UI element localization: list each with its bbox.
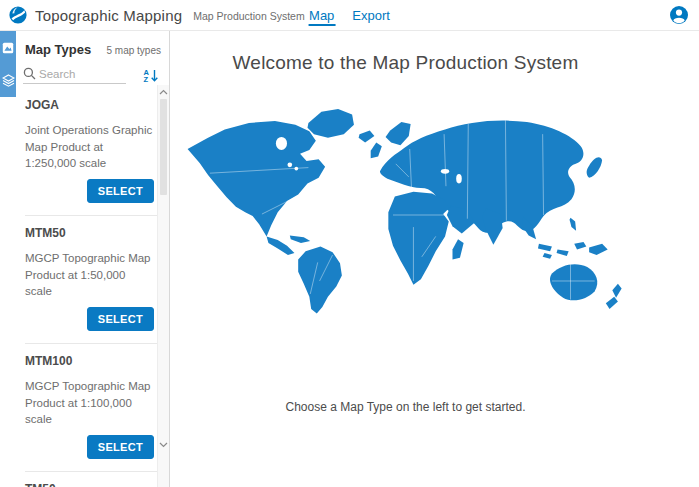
search-icon: [23, 67, 36, 80]
sidebar-scrollbar[interactable]: [157, 85, 169, 487]
map-type-list: JOGA Joint Operations Graphic Map Produc…: [16, 88, 157, 487]
map-type-item: JOGA Joint Operations Graphic Map Produc…: [25, 88, 157, 215]
map-panel-icon-glyph: [2, 42, 14, 54]
map-type-name: JOGA: [25, 98, 157, 112]
search-box: [23, 67, 126, 84]
map-type-description: MGCP Topographic Map Product at 1:100,00…: [25, 378, 153, 428]
app-subtitle: Map Production System: [193, 10, 304, 22]
welcome-heading: Welcome to the Map Production System: [233, 52, 579, 74]
svg-text:Z: Z: [144, 75, 149, 83]
map-type-item: MTM50 MGCP Topographic Map Product at 1:…: [25, 215, 157, 343]
map-panel-icon[interactable]: [0, 31, 16, 64]
world-map: [182, 104, 630, 326]
select-button[interactable]: SELECT: [87, 307, 154, 331]
select-row: SELECT: [25, 307, 157, 341]
chevron-up-icon[interactable]: [158, 85, 169, 98]
map-types-panel: Map Types 5 map types A Z: [16, 31, 170, 487]
sort-alpha-down-icon[interactable]: A Z: [143, 68, 159, 83]
chevron-down-icon[interactable]: [158, 438, 169, 451]
tab-map[interactable]: Map: [308, 2, 335, 29]
map-type-name: MTM100: [25, 354, 157, 368]
map-type-name: MTM50: [25, 226, 157, 240]
map-type-description: Joint Operations Graphic Map Product at …: [25, 122, 153, 172]
scrollbar-thumb[interactable]: [160, 99, 167, 195]
map-type-count: 5 map types: [107, 45, 161, 56]
panel-header: Map Types 5 map types: [16, 31, 169, 57]
select-row: SELECT: [25, 435, 157, 469]
search-row: A Z: [16, 57, 169, 84]
tool-strip: [0, 31, 16, 487]
select-row: SELECT: [25, 179, 157, 213]
map-type-description: MGCP Topographic Map Product at 1:50,000…: [25, 250, 153, 300]
layers-icon[interactable]: [0, 64, 16, 97]
instruction-text: Choose a Map Type on the left to get sta…: [286, 400, 526, 414]
app-header: Topographic Mapping Map Production Syste…: [0, 0, 699, 31]
user-account-icon[interactable]: [669, 5, 689, 25]
tool-strip-active-block: [0, 31, 16, 97]
app-window: Topographic Mapping Map Production Syste…: [0, 0, 699, 487]
main-content: Welcome to the Map Production System: [170, 31, 699, 487]
globe-logo-icon: [8, 5, 28, 25]
layers-icon-glyph: [2, 74, 15, 87]
panel-title: Map Types: [25, 42, 91, 57]
map-type-name: TM50: [25, 482, 157, 487]
app-title: Topographic Mapping: [35, 7, 182, 24]
map-type-item: TM50 Topographic Map Product at 1:50,000…: [25, 471, 157, 487]
top-nav: Map Export: [308, 0, 391, 30]
tab-export[interactable]: Export: [351, 2, 391, 29]
select-button[interactable]: SELECT: [87, 179, 154, 203]
map-type-item: MTM100 MGCP Topographic Map Product at 1…: [25, 343, 157, 471]
select-button[interactable]: SELECT: [87, 435, 154, 459]
search-input[interactable]: [39, 68, 123, 80]
